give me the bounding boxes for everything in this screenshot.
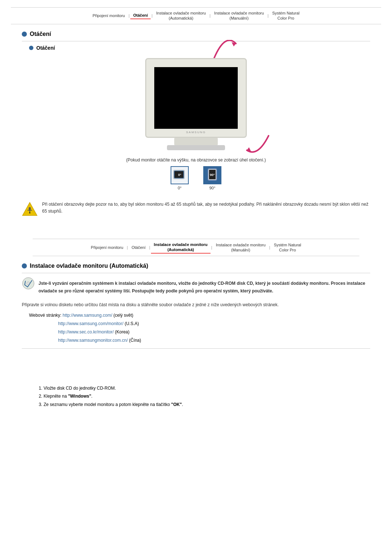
monitor-stand	[174, 138, 218, 145]
svg-point-10	[29, 207, 31, 209]
step-2: Klepněte na "Windows".	[44, 392, 370, 401]
nav2-item-instalace-auto[interactable]: Instalace ovladače monitoru(Automatická)	[151, 241, 211, 254]
degree-label-0: 0°	[178, 186, 182, 190]
sub-bullet	[29, 46, 33, 50]
divider-2	[22, 273, 370, 273]
caption-text: (Pokud monitor otáčíte na výšku, na obra…	[22, 157, 370, 163]
nav-sep-1: |	[128, 13, 130, 18]
divider-1	[22, 41, 370, 41]
prepare-text: Připravte si volnou disketu nebo určitou…	[22, 301, 370, 308]
nav-item-color-pro[interactable]: Systém NaturalColor Pro	[269, 10, 302, 22]
nav2-item-instalace-manual[interactable]: Instalace ovladače monitoru(Manuální)	[213, 242, 269, 254]
nav2-item-otaceni[interactable]: Otáčení	[128, 244, 148, 251]
monitor-screen	[154, 67, 238, 129]
step-3-bold: "OK"	[171, 402, 182, 407]
divider-3	[22, 348, 370, 349]
nav-sep-2: |	[151, 13, 153, 18]
step-1-text: Vložte disk CD do jednotky CD-ROM.	[44, 386, 116, 391]
nav-item-instalace-auto[interactable]: Instalace ovladače monitoru(Automatická)	[153, 10, 209, 22]
website-link-3[interactable]: http://www.samsungmonitor.com.cn/	[58, 338, 128, 343]
sub-heading-otaceni: Otáčení	[29, 45, 370, 51]
nav-item-instalace-manual[interactable]: Instalace ovladače monitoru(Manuální)	[211, 10, 267, 22]
nav-sep-3: |	[209, 13, 211, 18]
website-suffix-1: (U.S.A)	[123, 321, 139, 326]
svg-point-16	[28, 283, 29, 284]
section1-title: Otáčení	[30, 31, 51, 37]
warning-icon: !	[22, 201, 38, 217]
website-suffix-2: (Korea)	[114, 329, 129, 335]
website-link-1[interactable]: http://www.samsung.com/monitor/	[58, 321, 123, 326]
warning-text: Při otáčení obrazovky dejte pozor na to,…	[42, 201, 370, 215]
install-icon	[22, 277, 35, 290]
arrow-bottom-right-icon	[243, 132, 272, 154]
website-link-2[interactable]: http://www.sec.co.kr/monitor/	[58, 329, 114, 335]
nav-sep-4: |	[267, 13, 269, 18]
web-links-section: Webové stránky: http://www.samsung.com/ …	[29, 311, 370, 344]
warning-box: ! Při otáčení obrazovky dejte pozor na t…	[22, 197, 370, 221]
nav-item-otaceni[interactable]: Otáčení	[130, 12, 151, 19]
nav2-item-pripojeni[interactable]: Připojení monitoru	[88, 244, 126, 251]
monitor-base	[167, 145, 225, 150]
nav-bar-2: Připojení monitoru | Otáčení | Instalace…	[33, 239, 359, 257]
step-1: Vložte disk CD do jednotky CD-ROM.	[44, 384, 370, 393]
sub-title: Otáčení	[36, 45, 55, 51]
degree-box-90: 90° 90°	[203, 166, 221, 190]
section2-bullet	[22, 263, 27, 268]
install-note: Jste-li vyzvání operačním systémem k ins…	[38, 280, 370, 295]
install-box: Jste-li vyzvání operačním systémem k ins…	[22, 277, 370, 297]
nav-item-pripojeni[interactable]: Připojení monitoru	[90, 12, 128, 19]
website-suffix-0: (celý svět)	[112, 313, 133, 318]
websites-label: Webové stránky:	[29, 313, 61, 318]
monitor-body: SAMSUNG	[145, 58, 247, 138]
degree-label-90: 90°	[209, 186, 216, 190]
nav2-sep-3: |	[211, 245, 213, 250]
degree-container: 0° 0° 90° 90°	[22, 166, 370, 190]
website-link-0[interactable]: http://www.samsung.com/	[63, 313, 113, 318]
degree-icon-90: 90°	[203, 166, 221, 184]
nav2-item-color-pro[interactable]: Systém NaturalColor Pro	[271, 242, 304, 254]
steps-list: Vložte disk CD do jednotky CD-ROM. Klepn…	[44, 384, 370, 409]
monitor-brand: SAMSUNG	[186, 131, 206, 134]
monitor-image-area: SAMSUNG	[22, 58, 370, 150]
section2-heading: Instalace ovladače monitoru (Automatická…	[22, 263, 370, 269]
step-3: Ze seznamu vyberte model monitoru a poto…	[44, 401, 370, 409]
website-suffix-3: (Čína)	[128, 338, 141, 343]
nav2-sep-4: |	[269, 245, 271, 250]
nav2-sep-1: |	[126, 245, 129, 250]
nav2-sep-2: |	[148, 245, 151, 250]
top-nav: Připojení monitoru | Otáčení | Instalace…	[11, 7, 381, 24]
step-2-bold: "Windows"	[68, 394, 91, 399]
degree-icon-0: 0°	[171, 166, 189, 184]
section2-title: Instalace ovladače monitoru (Automatická…	[30, 263, 148, 269]
section1-bullet	[22, 32, 27, 37]
svg-text:90°: 90°	[210, 173, 215, 177]
degree-box-0: 0° 0°	[171, 166, 189, 190]
section1-heading: Otáčení	[22, 31, 370, 37]
svg-text:0°: 0°	[178, 173, 181, 177]
